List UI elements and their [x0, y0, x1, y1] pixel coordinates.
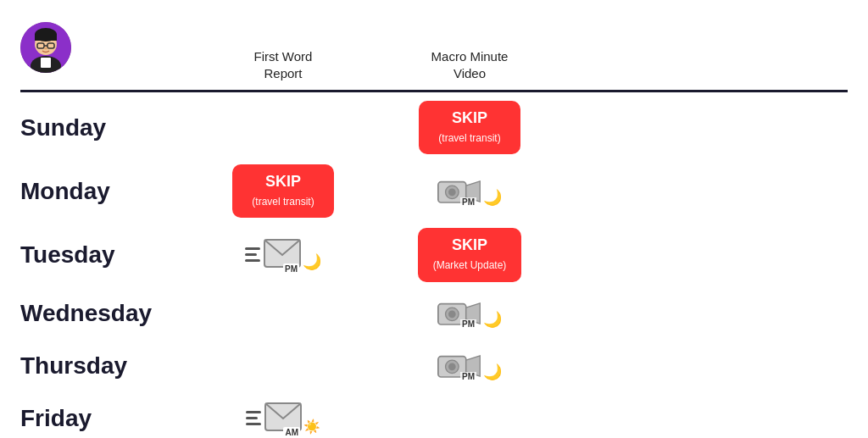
speed-line — [246, 417, 258, 419]
cell-col1 — [190, 123, 376, 133]
video-time-badge: PM — [460, 319, 476, 329]
moon-icon: 🌙 — [483, 310, 502, 329]
video-icon-wrapper: PM 🌙 — [437, 176, 502, 207]
video-icon-wrapper: PM 🌙 — [437, 351, 502, 381]
speed-lines — [246, 411, 261, 425]
svg-rect-2 — [41, 58, 51, 68]
svg-point-12 — [448, 188, 456, 196]
moon-icon: 🌙 — [483, 188, 502, 207]
cell-col2: PM 🌙 — [376, 293, 563, 334]
author-section — [20, 22, 190, 81]
svg-point-21 — [448, 363, 456, 370]
day-name: Tuesday — [20, 235, 190, 275]
email-icon-wrapper: AM ☀️ — [246, 402, 320, 435]
day-row: SundaySKIP(travel transit) — [20, 96, 848, 159]
moon-icon: 🌙 — [483, 363, 502, 381]
top-section: First WordReport Macro MinuteVideo — [20, 22, 848, 92]
svg-rect-5 — [35, 34, 57, 41]
day-row: Thursday PM 🌙 — [20, 340, 848, 392]
col-header-macro: Macro MinuteVideo — [376, 48, 563, 81]
schedule-grid: SundaySKIP(travel transit)MondaySKIP(tra… — [20, 96, 848, 438]
day-row: Friday AM ☀️ — [20, 392, 848, 438]
day-name: Friday — [20, 398, 190, 438]
skip-button: SKIP(travel transit) — [232, 164, 334, 218]
cell-col1: AM ☀️ — [190, 397, 376, 438]
speed-line — [245, 259, 260, 262]
day-name: Sunday — [20, 108, 190, 148]
cell-col1: SKIP(travel transit) — [190, 159, 376, 223]
skip-button: SKIP(travel transit) — [419, 101, 520, 154]
speed-line — [246, 411, 261, 413]
video-icon: PM — [437, 298, 481, 329]
day-row: Wednesday PM 🌙 — [20, 287, 848, 340]
envelope: PM — [264, 239, 301, 271]
cell-col2: PM 🌙 — [376, 346, 563, 386]
cell-col1 — [190, 361, 376, 371]
video-icon: PM — [437, 176, 481, 207]
column-headers: First WordReport Macro MinuteVideo — [190, 48, 563, 81]
cell-col2 — [376, 413, 563, 424]
speed-line — [246, 423, 261, 425]
day-name: Monday — [20, 171, 190, 212]
sun-icon: ☀️ — [303, 419, 320, 435]
main-container: First WordReport Macro MinuteVideo Sunda… — [0, 0, 868, 438]
time-badge: AM — [283, 427, 300, 438]
video-time-badge: PM — [460, 197, 476, 207]
svg-point-9 — [44, 47, 47, 50]
cell-col1: PM 🌙 — [190, 234, 376, 276]
cell-col2: SKIP(Market Update) — [376, 223, 563, 286]
email-icon: AM — [246, 402, 302, 435]
video-icon: PM — [437, 351, 481, 381]
moon-icon: 🌙 — [303, 252, 321, 271]
video-time-badge: PM — [460, 372, 476, 381]
email-icon: PM — [245, 239, 301, 271]
day-row: Tuesday PM 🌙SKIP(Market Update) — [20, 223, 848, 286]
email-icon-wrapper: PM 🌙 — [245, 239, 321, 271]
cell-col1 — [190, 308, 376, 319]
envelope: AM — [264, 402, 302, 435]
speed-line — [245, 247, 260, 250]
video-icon-wrapper: PM 🌙 — [437, 298, 502, 329]
speed-lines — [245, 247, 260, 262]
speed-line — [245, 253, 257, 256]
skip-button: SKIP(Market Update) — [418, 228, 522, 281]
col-header-first-word: First WordReport — [190, 48, 376, 81]
time-badge: PM — [283, 263, 299, 274]
day-name: Thursday — [20, 346, 190, 386]
cell-col2: SKIP(travel transit) — [376, 96, 563, 159]
cell-col2: PM 🌙 — [376, 171, 563, 212]
day-name: Wednesday — [20, 293, 190, 334]
svg-point-17 — [448, 310, 456, 318]
header-row — [20, 22, 190, 73]
day-row: MondaySKIP(travel transit) PM 🌙 — [20, 159, 848, 223]
avatar — [20, 22, 71, 73]
